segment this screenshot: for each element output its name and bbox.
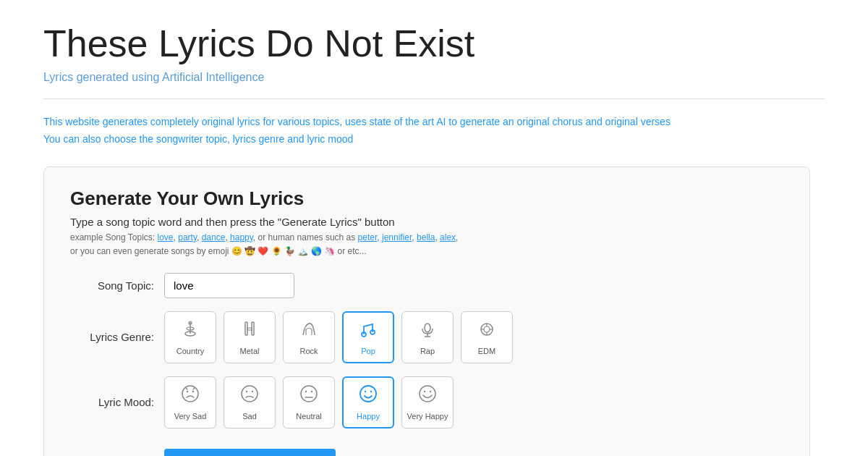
svg-point-23 — [242, 386, 258, 402]
sad-label: Sad — [242, 412, 257, 421]
lyric-mood-row: Lyric Mood: Very Sad — [70, 376, 783, 428]
rock-icon — [299, 319, 319, 344]
lyrics-card: Generate Your Own Lyrics Type a song top… — [43, 166, 810, 456]
svg-point-20 — [182, 386, 198, 402]
happy-icon — [358, 384, 378, 409]
metal-icon — [239, 319, 260, 344]
lyric-mood-label: Lyric Mood: — [70, 396, 164, 408]
country-label: Country — [176, 347, 205, 355]
card-title: Generate Your Own Lyrics — [70, 187, 783, 210]
svg-point-15 — [484, 326, 490, 332]
card-examples: example Song Topics: love, party, dance,… — [70, 231, 783, 258]
genre-metal[interactable]: Metal — [224, 311, 276, 363]
examples-emoji-text: or you can even generate songs by emoji … — [70, 246, 367, 256]
genre-rock[interactable]: Rock — [283, 311, 335, 363]
genre-country[interactable]: Country — [164, 311, 216, 363]
example-bella[interactable]: bella — [417, 232, 435, 242]
mood-very-happy[interactable]: Very Happy — [401, 376, 454, 428]
edm-label: EDM — [478, 347, 495, 355]
example-jennifier[interactable]: jennifier — [382, 232, 412, 242]
metal-label: Metal — [240, 347, 260, 355]
mood-very-sad[interactable]: Very Sad — [164, 376, 216, 428]
example-alex[interactable]: alex — [440, 232, 456, 242]
page-title: These Lyrics Do Not Exist — [43, 22, 825, 65]
svg-point-35 — [430, 391, 431, 392]
svg-point-33 — [420, 386, 435, 402]
example-peter[interactable]: peter — [358, 232, 378, 242]
svg-point-28 — [311, 391, 312, 392]
lyrics-genre-label: Lyrics Genre: — [70, 331, 164, 343]
pop-icon — [358, 319, 378, 344]
very-sad-label: Very Sad — [174, 412, 207, 421]
description-line2: You can also choose the songwriter topic… — [43, 133, 353, 145]
example-party[interactable]: party — [178, 232, 197, 242]
very-happy-label: Very Happy — [407, 412, 448, 421]
genre-pop[interactable]: Pop — [342, 311, 394, 363]
svg-point-21 — [187, 391, 188, 392]
examples-prefix: example Song Topics: — [70, 232, 158, 242]
rap-icon — [417, 319, 438, 344]
svg-point-27 — [305, 391, 307, 392]
card-subtitle: Type a song topic word and then press th… — [70, 216, 783, 228]
description-line1: This website generates completely origin… — [43, 116, 671, 127]
edm-icon — [477, 319, 497, 344]
svg-point-30 — [360, 386, 376, 402]
rock-label: Rock — [299, 347, 318, 355]
svg-point-26 — [301, 386, 317, 402]
generate-button[interactable]: Generate My Lyrics — [164, 449, 336, 456]
neutral-icon — [299, 384, 319, 409]
svg-point-9 — [362, 332, 366, 337]
very-happy-icon — [417, 384, 438, 409]
song-topic-label: Song Topic: — [70, 279, 164, 292]
example-happy[interactable]: happy — [230, 232, 253, 242]
genre-edm[interactable]: EDM — [461, 311, 513, 363]
svg-point-25 — [252, 391, 253, 392]
sad-icon — [239, 384, 260, 409]
genre-options: Country Metal — [164, 311, 513, 363]
example-love[interactable]: love — [158, 232, 174, 242]
genre-rap[interactable]: Rap — [401, 311, 454, 363]
song-topic-row: Song Topic: — [70, 273, 783, 298]
mood-neutral[interactable]: Neutral — [283, 376, 335, 428]
mood-options: Very Sad Sad — [164, 376, 454, 428]
svg-point-10 — [370, 330, 375, 334]
svg-point-22 — [192, 391, 194, 392]
lyrics-genre-row: Lyrics Genre: Country — [70, 311, 783, 363]
mood-sad[interactable]: Sad — [224, 376, 276, 428]
divider — [43, 98, 825, 99]
svg-point-24 — [246, 391, 247, 392]
pop-label: Pop — [361, 347, 375, 355]
rap-label: Rap — [420, 347, 435, 355]
svg-point-34 — [424, 391, 425, 392]
svg-point-32 — [370, 391, 372, 392]
svg-rect-6 — [247, 328, 252, 330]
description-block: This website generates completely origin… — [43, 114, 825, 148]
happy-label: Happy — [357, 412, 380, 421]
neutral-label: Neutral — [296, 412, 321, 421]
mood-happy[interactable]: Happy — [342, 376, 394, 428]
svg-point-11 — [425, 324, 430, 332]
page-subtitle: Lyrics generated using Artificial Intell… — [43, 71, 825, 84]
svg-point-31 — [365, 391, 366, 392]
very-sad-icon — [180, 384, 200, 409]
example-dance[interactable]: dance — [202, 232, 226, 242]
country-icon — [180, 319, 200, 344]
song-topic-input[interactable] — [164, 273, 294, 298]
